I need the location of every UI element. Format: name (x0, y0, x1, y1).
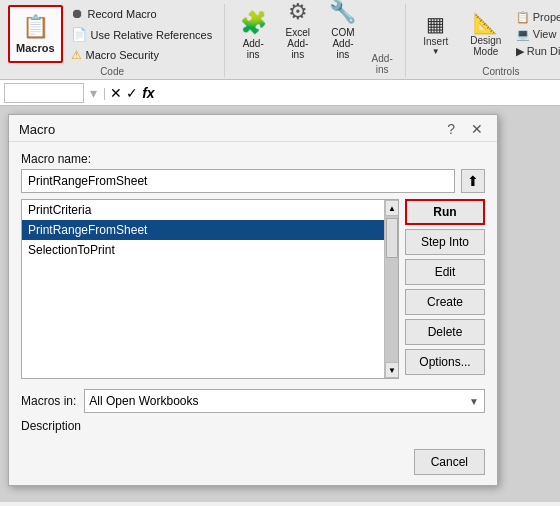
addins-icon: 🧩 (240, 10, 267, 36)
excel-addins-icon: ⚙ (288, 0, 308, 25)
design-icon: 📐 (473, 11, 498, 35)
macro-name-row: ⬆ (21, 169, 485, 193)
dialog-window-controls: ? ✕ (443, 121, 487, 137)
add-ins-button[interactable]: 🧩 Add-ins (235, 4, 271, 62)
upload-button[interactable]: ⬆ (461, 169, 485, 193)
code-small-buttons: ⏺ Record Macro 📄 Use Relative References… (67, 4, 217, 64)
options-button[interactable]: Options... (405, 349, 485, 375)
edit-button[interactable]: Edit (405, 259, 485, 285)
macro-security-button[interactable]: ⚠ Macro Security (67, 46, 217, 64)
upload-icon: ⬆ (467, 173, 479, 189)
macros-in-select[interactable]: All Open Workbooks This Workbook (84, 389, 485, 413)
addins-label: Add-ins (243, 38, 264, 60)
com-addins-icon: 🔧 (329, 0, 356, 25)
insert-icon: ▦ (426, 12, 445, 36)
com-addins-button[interactable]: 🔧 COMAdd-ins (324, 4, 361, 62)
properties-icon: 📋 (516, 11, 530, 24)
macros-in-select-wrapper: All Open Workbooks This Workbook ▼ (84, 389, 485, 413)
cancel-button[interactable]: Cancel (414, 449, 485, 475)
dialog-close-button[interactable]: ✕ (467, 121, 487, 137)
content-area: Macro ? ✕ Macro name: ⬆ (0, 106, 560, 502)
step-into-button[interactable]: Step Into (405, 229, 485, 255)
ribbon: 📋 Macros ⏺ Record Macro 📄 Use Relative R… (0, 0, 560, 80)
security-icon: ⚠ (71, 48, 82, 62)
macro-security-label: Macro Security (86, 49, 159, 61)
formula-input[interactable] (159, 86, 556, 100)
run-dialog-label: Run Dialog (527, 45, 560, 57)
run-button[interactable]: Run (405, 199, 485, 225)
macro-list-area: PrintCriteria PrintRangeFromSheet Select… (21, 199, 485, 379)
macros-button[interactable]: 📋 Macros (8, 5, 63, 63)
scrollbar-down-button[interactable]: ▼ (385, 362, 399, 378)
scrollbar-thumb[interactable] (386, 218, 398, 258)
record-macro-button[interactable]: ⏺ Record Macro (67, 4, 217, 23)
macro-action-buttons: Run Step Into Edit Create Delete Options… (405, 199, 485, 379)
macro-name-input[interactable] (21, 169, 455, 193)
design-mode-button[interactable]: 📐 DesignMode (464, 5, 508, 63)
run-dialog-button[interactable]: ▶ Run Dialog (514, 44, 560, 59)
insert-function-icon[interactable]: fx (142, 85, 154, 101)
use-relative-button[interactable]: 📄 Use Relative References (67, 25, 217, 44)
macros-label: Macros (16, 42, 55, 54)
properties-button[interactable]: 📋 Properties (514, 10, 560, 25)
com-addins-label: COMAdd-ins (330, 27, 355, 60)
dialog-title: Macro (19, 122, 55, 137)
macros-in-label: Macros in: (21, 394, 76, 408)
dialog-footer: Cancel (9, 443, 497, 485)
name-box[interactable] (4, 83, 84, 103)
excel-addins-label: ExcelAdd-ins (285, 27, 310, 60)
view-code-icon: 💻 (516, 28, 530, 41)
create-button[interactable]: Create (405, 289, 485, 315)
delete-button[interactable]: Delete (405, 319, 485, 345)
list-scrollbar: ▲ ▼ (384, 200, 398, 378)
macro-list-inner: PrintCriteria PrintRangeFromSheet Select… (22, 200, 384, 378)
macro-list-item[interactable]: PrintCriteria (22, 200, 384, 220)
addins-group-label: Add-ins (370, 53, 395, 75)
run-dialog-icon: ▶ (516, 45, 524, 58)
ribbon-controls-group: ▦ Insert ▼ 📐 DesignMode 📋 Properties 💻 V… (406, 4, 560, 77)
code-group-label: Code (100, 66, 124, 77)
dialog-title-bar: Macro ? ✕ (9, 115, 497, 142)
insert-label: Insert (423, 36, 448, 47)
relative-ref-icon: 📄 (71, 27, 87, 42)
macro-list: PrintCriteria PrintRangeFromSheet Select… (21, 199, 399, 379)
separator-1: | (103, 86, 106, 100)
excel-addins-button[interactable]: ⚙ ExcelAdd-ins (279, 4, 316, 62)
dialog-help-button[interactable]: ? (443, 121, 459, 137)
ribbon-addins-group: 🧩 Add-ins ⚙ ExcelAdd-ins 🔧 COMAdd-ins Ad… (225, 4, 406, 77)
code-group-items: 📋 Macros ⏺ Record Macro 📄 Use Relative R… (8, 4, 216, 64)
scrollbar-up-button[interactable]: ▲ (385, 200, 399, 216)
view-code-label: View Code (533, 28, 560, 40)
confirm-formula-icon[interactable]: ✓ (126, 85, 138, 101)
dropdown-arrow-icon[interactable]: ▾ (88, 85, 99, 101)
view-code-button[interactable]: 💻 View Code (514, 27, 560, 42)
design-label: DesignMode (470, 35, 501, 57)
record-macro-label: Record Macro (88, 8, 157, 20)
properties-label: Properties (533, 11, 560, 23)
controls-group-label: Controls (414, 66, 560, 77)
macros-icon: 📋 (22, 14, 49, 40)
ribbon-code-group: 📋 Macros ⏺ Record Macro 📄 Use Relative R… (0, 4, 225, 77)
macro-list-container: PrintCriteria PrintRangeFromSheet Select… (21, 199, 399, 379)
macro-list-item[interactable]: PrintRangeFromSheet (22, 220, 384, 240)
macro-list-item[interactable]: SelectionToPrint (22, 240, 384, 260)
dialog-body: Macro name: ⬆ PrintCriteria PrintRangeFr… (9, 142, 497, 443)
macro-name-label: Macro name: (21, 152, 485, 166)
formula-bar: ▾ | ✕ ✓ fx (0, 80, 560, 106)
scrollbar-track[interactable] (385, 216, 398, 362)
record-macro-icon: ⏺ (71, 6, 84, 21)
controls-small-buttons: 📋 Properties 💻 View Code ▶ Run Dialog (514, 10, 560, 59)
use-relative-label: Use Relative References (91, 29, 213, 41)
controls-items: ▦ Insert ▼ 📐 DesignMode 📋 Properties 💻 V… (414, 4, 560, 64)
insert-arrow-icon: ▼ (432, 47, 440, 56)
insert-button[interactable]: ▦ Insert ▼ (414, 5, 458, 63)
macro-dialog: Macro ? ✕ Macro name: ⬆ (8, 114, 498, 486)
cancel-formula-icon[interactable]: ✕ (110, 85, 122, 101)
description-label: Description (21, 419, 485, 433)
macros-in-row: Macros in: All Open Workbooks This Workb… (21, 389, 485, 413)
